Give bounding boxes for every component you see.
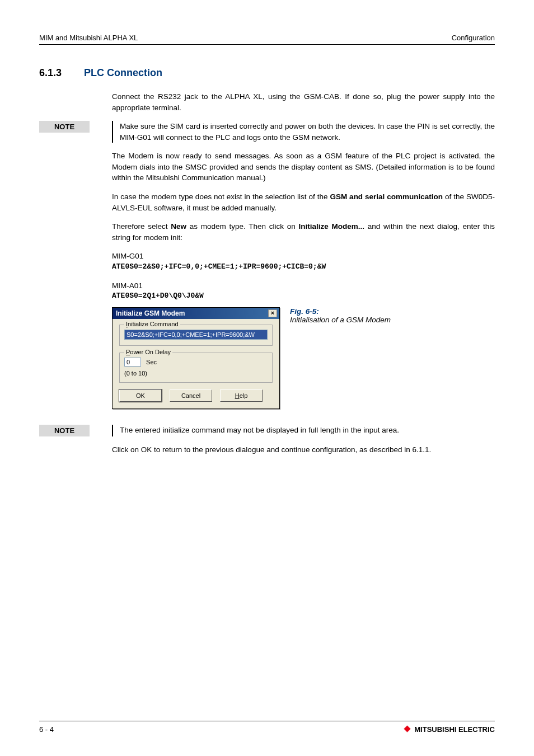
text-bold: Initialize Modem... [299,222,365,231]
dialog-titlebar[interactable]: Initialize GSM Modem × [113,308,279,319]
note-text: The entered initialize command may not b… [120,425,495,436]
brand-logo: ⯁ MITSUBISHI ELECTRIC [403,725,495,734]
paragraph: Click on OK to return to the previous di… [112,444,495,456]
power-on-delay-group: Power On Delay 0 Sec (0 to 10) [119,353,273,383]
note-bar-icon [112,425,113,436]
initialize-command-group: Initialize Command [119,325,273,346]
initialize-command-input[interactable] [124,330,268,340]
range-label: (0 to 10) [124,370,268,377]
page-number: 6 - 4 [39,725,54,734]
initialize-modem-dialog: Initialize GSM Modem × Initialize Comman… [112,307,280,409]
paragraph: Therefore select New as modem type. Then… [112,221,495,243]
note-badge: NOTE [39,121,90,133]
text-run: In case the modem type does not exist in… [112,192,330,201]
dialog-title: Initialize GSM Modem [116,309,185,317]
section-number: 6.1.3 [39,67,62,79]
text-bold: GSM and serial communication [330,192,443,201]
note-bar-icon [112,121,113,143]
cancel-button[interactable]: Cancel [170,389,212,402]
page-footer: 6 - 4 ⯁ MITSUBISHI ELECTRIC [39,721,495,734]
mitsubishi-icon: ⯁ [403,725,412,734]
note-text: Make sure the SIM card is inserted corre… [120,121,495,143]
group-legend: Power On Delay [124,349,172,355]
text-run: as modem type. Then click on [186,222,298,231]
code-line: ATE0S0=2&S0;+IFC=0,0;+CMEE=1;+IPR=9600;+… [112,262,495,273]
delay-input[interactable]: 0 [124,358,141,367]
brand-text: MITSUBISHI ELECTRIC [414,725,495,734]
paragraph: The Modem is now ready to send messages.… [112,151,495,184]
text-run: ower On Delay [130,349,171,355]
label: MIM-G01 [112,251,495,262]
close-icon[interactable]: × [268,309,277,317]
mnemonic: I [126,321,128,327]
section-heading: 6.1.3 PLC Connection [39,67,495,79]
page-header: MIM and Mitsubishi ALPHA XL Configuratio… [39,34,495,45]
mnemonic: H [235,392,240,399]
note-block: NOTE Make sure the SIM card is inserted … [39,121,495,143]
help-button[interactable]: Help [220,389,263,402]
caption-title: Fig. 6-5: [290,307,391,316]
code-line: ATE0S0=2Q1+D0\Q0\J0&W [112,291,495,302]
note-block: NOTE The entered initialize command may … [39,425,495,436]
header-right: Configuration [452,34,495,42]
ok-button[interactable]: OK [119,389,162,402]
group-legend: Initialize Command [124,321,180,327]
caption-sub: Initialisation of a GSM Modem [290,316,391,324]
figure-caption: Fig. 6-5: Initialisation of a GSM Modem [290,307,391,409]
text-bold: New [171,222,186,231]
paragraph: Connect the RS232 jack to the ALPHA XL, … [112,91,495,113]
text-run: elp [240,392,248,399]
header-left: MIM and Mitsubishi ALPHA XL [39,34,138,42]
note-badge: NOTE [39,425,90,436]
sec-label: Sec [146,359,157,365]
section-title: PLC Connection [84,67,162,79]
text-run: Therefore select [112,222,171,231]
label: MIM-A01 [112,280,495,292]
paragraph: In case the modem type does not exist in… [112,191,495,213]
